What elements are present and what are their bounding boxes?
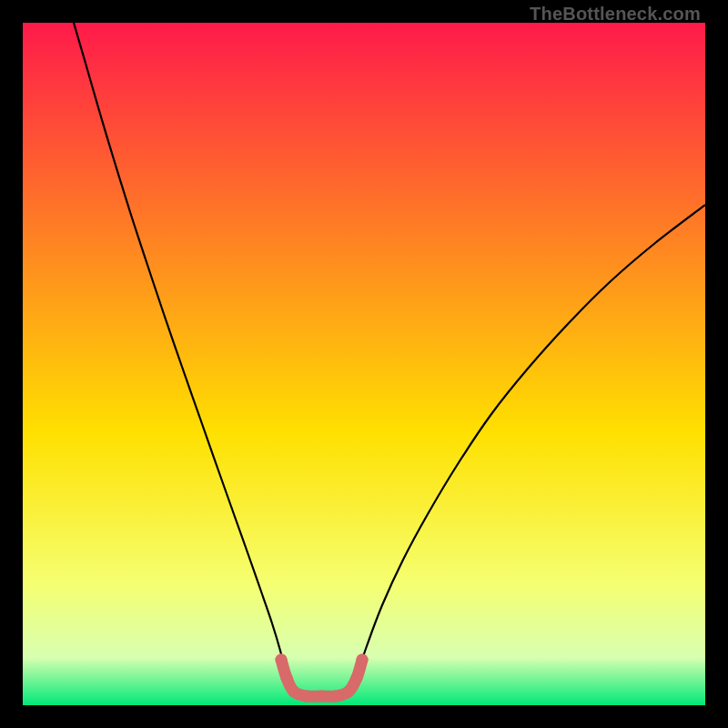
plot-area: [23, 23, 705, 705]
gradient-background: [23, 23, 705, 705]
marker-dot: [316, 691, 328, 703]
marker-dot: [281, 672, 293, 684]
marker-dot: [301, 691, 313, 703]
chart-svg: [23, 23, 705, 705]
marker-dot: [276, 654, 288, 666]
chart-frame: TheBottleneck.com: [0, 0, 728, 728]
marker-dot: [288, 686, 300, 698]
watermark-text: TheBottleneck.com: [530, 4, 701, 25]
marker-dot: [357, 654, 369, 666]
marker-dot: [343, 686, 355, 698]
marker-dot: [330, 691, 342, 703]
marker-dot: [351, 672, 363, 684]
